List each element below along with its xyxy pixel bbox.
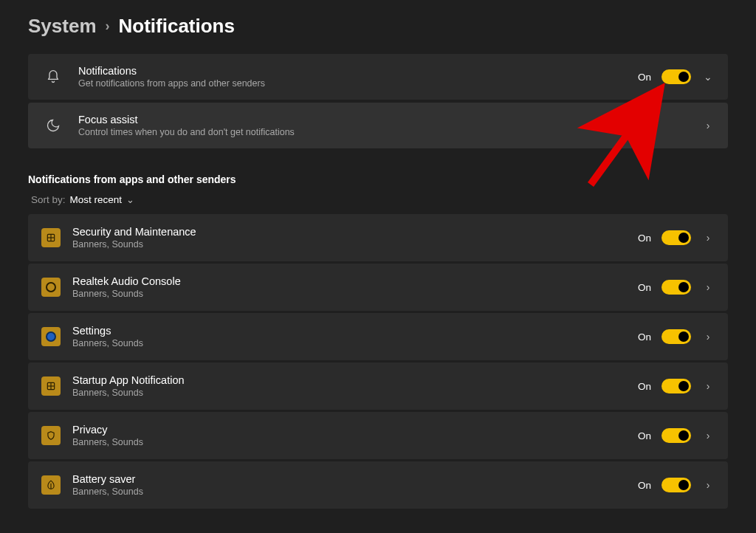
app-sender-row[interactable]: Realtek Audio ConsoleBanners, SoundsOn› bbox=[28, 264, 728, 311]
app-senders-heading: Notifications from apps and other sender… bbox=[28, 173, 728, 185]
app-subtitle: Banners, Sounds bbox=[72, 486, 638, 497]
notifications-master-row[interactable]: Notifications Get notifications from app… bbox=[28, 54, 728, 100]
app-icon bbox=[41, 278, 61, 297]
moon-icon bbox=[41, 118, 65, 133]
sort-label: Sort by: bbox=[31, 194, 66, 205]
app-icon bbox=[41, 376, 61, 396]
app-state-label: On bbox=[638, 233, 651, 244]
chevron-right-icon[interactable]: › bbox=[701, 331, 715, 343]
app-toggle[interactable] bbox=[662, 230, 691, 245]
app-state-label: On bbox=[638, 331, 651, 343]
notifications-state-label: On bbox=[638, 72, 651, 83]
expand-chevron-down-icon[interactable]: ⌄ bbox=[701, 71, 715, 83]
app-sender-row[interactable]: Startup App NotificationBanners, SoundsO… bbox=[28, 362, 728, 410]
chevron-right-icon[interactable]: › bbox=[701, 281, 715, 293]
app-state-label: On bbox=[638, 480, 651, 491]
app-title: Settings bbox=[72, 325, 638, 337]
breadcrumb-parent[interactable]: System bbox=[28, 15, 97, 38]
chevron-right-icon[interactable]: › bbox=[701, 430, 715, 441]
app-state-label: On bbox=[638, 381, 651, 392]
app-title: Privacy bbox=[72, 424, 638, 436]
app-state-label: On bbox=[638, 282, 651, 293]
app-subtitle: Banners, Sounds bbox=[72, 437, 638, 447]
chevron-right-icon[interactable]: › bbox=[701, 380, 715, 392]
notifications-toggle[interactable] bbox=[662, 69, 691, 84]
app-title: Security and Maintenance bbox=[72, 226, 638, 238]
notifications-title: Notifications bbox=[78, 65, 638, 77]
app-title: Startup App Notification bbox=[72, 374, 638, 386]
sort-value: Most recent bbox=[70, 194, 123, 205]
app-sender-row[interactable]: PrivacyBanners, SoundsOn› bbox=[28, 412, 728, 459]
chevron-right-icon[interactable]: › bbox=[701, 232, 715, 244]
app-title: Realtek Audio Console bbox=[72, 275, 638, 287]
app-sender-row[interactable]: SettingsBanners, SoundsOn› bbox=[28, 313, 728, 360]
app-toggle[interactable] bbox=[662, 379, 691, 393]
app-subtitle: Banners, Sounds bbox=[72, 289, 638, 299]
focus-assist-title: Focus assist bbox=[78, 114, 701, 125]
app-icon bbox=[41, 426, 61, 445]
app-sender-row[interactable]: Security and MaintenanceBanners, SoundsO… bbox=[28, 214, 728, 261]
app-sender-row[interactable]: Battery saverBanners, SoundsOn› bbox=[28, 461, 728, 509]
focus-assist-subtitle: Control times when you do and don't get … bbox=[78, 127, 701, 137]
chevron-right-icon: › bbox=[701, 120, 715, 131]
app-state-label: On bbox=[638, 430, 651, 441]
app-title: Battery saver bbox=[72, 473, 638, 485]
app-subtitle: Banners, Sounds bbox=[72, 338, 638, 348]
app-toggle[interactable] bbox=[662, 478, 691, 492]
bell-icon bbox=[41, 69, 65, 84]
app-subtitle: Banners, Sounds bbox=[72, 388, 638, 398]
breadcrumb: System › Notifications bbox=[28, 15, 728, 38]
focus-assist-row[interactable]: Focus assist Control times when you do a… bbox=[28, 103, 728, 148]
breadcrumb-current: Notifications bbox=[119, 15, 235, 38]
chevron-down-icon: ⌄ bbox=[126, 194, 134, 205]
app-toggle[interactable] bbox=[662, 280, 691, 295]
chevron-right-icon[interactable]: › bbox=[701, 479, 715, 491]
sort-by-dropdown[interactable]: Sort by: Most recent ⌄ bbox=[28, 194, 728, 205]
app-subtitle: Banners, Sounds bbox=[72, 239, 638, 250]
app-toggle[interactable] bbox=[662, 329, 691, 344]
chevron-right-icon: › bbox=[106, 18, 110, 34]
app-icon bbox=[41, 228, 61, 247]
app-toggle[interactable] bbox=[662, 428, 691, 443]
notifications-subtitle: Get notifications from apps and other se… bbox=[78, 78, 638, 89]
app-icon bbox=[41, 327, 61, 346]
app-icon bbox=[41, 475, 61, 495]
